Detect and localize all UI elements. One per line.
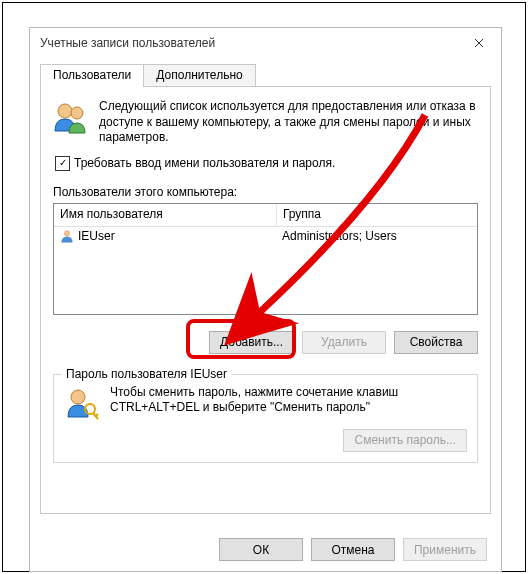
cancel-button[interactable]: Отмена: [311, 538, 395, 561]
column-group[interactable]: Группа: [277, 204, 477, 226]
user-table-header: Имя пользователя Группа: [54, 204, 477, 227]
person-icon: [60, 229, 74, 243]
close-icon: [474, 38, 484, 48]
svg-point-3: [71, 107, 83, 119]
table-row[interactable]: IEUser Administrators; Users: [54, 227, 477, 245]
password-groupbox-title: Пароль пользователя IEUser: [62, 367, 231, 381]
user-table: Имя пользователя Группа IEUser Administr…: [53, 203, 478, 315]
svg-line-8: [96, 414, 98, 416]
svg-point-4: [64, 231, 69, 236]
dialog-window: Учетные записи пользователей Пользовател…: [29, 27, 502, 572]
checkbox-icon: ✓: [55, 156, 70, 171]
window-title: Учетные записи пользователей: [40, 36, 215, 50]
user-name: IEUser: [78, 229, 115, 243]
password-groupbox: Пароль пользователя IEUser Чтобы сменить…: [53, 374, 478, 463]
close-button[interactable]: [456, 28, 501, 58]
user-list-label: Пользователи этого компьютера:: [53, 185, 478, 199]
svg-point-5: [71, 390, 85, 404]
apply-button[interactable]: Применить: [403, 538, 487, 561]
user-group: Administrators; Users: [276, 227, 477, 245]
intro-text: Следующий список используется для предос…: [99, 99, 478, 146]
svg-point-2: [58, 104, 72, 118]
tab-advanced[interactable]: Дополнительно: [143, 64, 255, 86]
tab-panel: Следующий список используется для предос…: [40, 86, 491, 514]
key-user-icon: [64, 385, 100, 421]
delete-button[interactable]: Удалить: [302, 331, 386, 354]
intro-row: Следующий список используется для предос…: [53, 99, 478, 146]
password-text: Чтобы сменить пароль, нажмите сочетание …: [110, 385, 467, 421]
ok-button[interactable]: ОК: [219, 538, 303, 561]
users-icon: [53, 99, 89, 135]
change-password-button[interactable]: Сменить пароль...: [343, 429, 467, 452]
tab-users[interactable]: Пользователи: [40, 64, 144, 87]
add-button[interactable]: Добавить...: [209, 331, 294, 354]
tabstrip: Пользователи Дополнительно: [30, 64, 501, 86]
require-login-checkbox[interactable]: ✓ Требовать ввод имени пользователя и па…: [55, 156, 478, 171]
require-login-label: Требовать ввод имени пользователя и паро…: [74, 156, 335, 170]
titlebar: Учетные записи пользователей: [30, 28, 501, 58]
user-buttons-row: Добавить... Удалить Свойства: [53, 331, 478, 354]
column-name[interactable]: Имя пользователя: [54, 204, 277, 226]
dialog-buttons: ОК Отмена Применить: [219, 538, 487, 561]
properties-button[interactable]: Свойства: [394, 331, 478, 354]
